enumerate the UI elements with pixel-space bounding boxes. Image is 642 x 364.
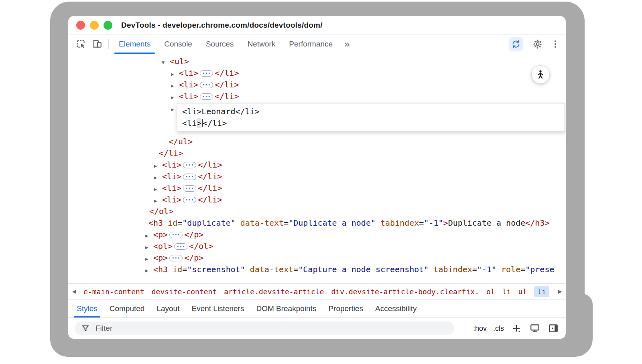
- token-tag: </li>: [159, 148, 183, 158]
- main-toolbar: ElementsConsoleSourcesNetworkPerformance…: [68, 34, 566, 54]
- token-plain: =: [472, 265, 477, 274]
- tab-properties[interactable]: Properties: [322, 299, 369, 317]
- dom-tree-row[interactable]: </ul>: [68, 136, 566, 148]
- expand-arrow-icon[interactable]: ▶: [145, 242, 153, 253]
- zoom-window-button[interactable]: [104, 21, 112, 30]
- dom-tree-row[interactable]: ▶<li>•••</li>: [68, 67, 566, 79]
- dom-tree-row[interactable]: </li>: [68, 148, 566, 159]
- breadcrumb-item[interactable]: div.devsite-article-body.clearfix.: [331, 287, 479, 296]
- tab-styles[interactable]: Styles: [71, 299, 104, 317]
- expand-arrow-icon[interactable]: ▶: [154, 172, 162, 184]
- expand-arrow-icon[interactable]: ▶: [154, 184, 162, 195]
- expand-arrow-icon[interactable]: ▶: [145, 230, 153, 242]
- dom-tree-row[interactable]: ▶<li>•••</li>: [68, 194, 566, 206]
- dom-tree-row[interactable]: ▶<p>•••</p>: [68, 252, 566, 264]
- edit-line-2: <li></li>: [182, 117, 560, 129]
- expand-arrow-icon[interactable]: ▶: [171, 80, 179, 92]
- inline-expand-button[interactable]: •••: [169, 255, 183, 261]
- breadcrumb-item[interactable]: li: [534, 286, 549, 297]
- filter-input[interactable]: Filter: [75, 322, 454, 335]
- breadcrumb-scroll-right-icon[interactable]: ▶: [554, 284, 566, 299]
- settings-gear-icon[interactable]: [530, 37, 546, 51]
- breadcrumb-item[interactable]: devsite-content: [152, 287, 217, 296]
- inline-expand-button[interactable]: •••: [183, 174, 196, 180]
- token-plain: [163, 218, 168, 228]
- breadcrumb-item[interactable]: ul: [518, 287, 527, 296]
- breadcrumb-item[interactable]: e-main-content: [83, 287, 144, 296]
- dom-tree-row[interactable]: ▶<li>•••</li>: [68, 171, 566, 182]
- tab-layout[interactable]: Layout: [150, 299, 185, 317]
- element-classes-button[interactable]: .cls: [493, 324, 504, 333]
- close-window-button[interactable]: [76, 21, 85, 30]
- tab-sources[interactable]: Sources: [199, 34, 241, 54]
- token-attr: tabindex: [433, 265, 472, 274]
- dom-tree-row[interactable]: ▶<ol>•••</ol>: [68, 241, 566, 252]
- expand-arrow-icon[interactable]: ▶: [171, 69, 179, 80]
- tab-dom-breakpoints[interactable]: DOM Breakpoints: [250, 299, 322, 317]
- collapse-arrow-icon[interactable]: ▼: [162, 57, 170, 69]
- inline-expand-button[interactable]: •••: [200, 93, 213, 100]
- titlebar: DevTools - developer.chrome.com/docs/dev…: [68, 16, 566, 34]
- inline-expand-button[interactable]: •••: [200, 82, 213, 88]
- dom-edit-row[interactable]: ▶<li>Leonard</li><li></li>: [68, 102, 566, 136]
- dom-tree-row[interactable]: ▶<li>•••</li>: [68, 182, 566, 194]
- tab-elements[interactable]: Elements: [112, 34, 157, 54]
- devtools-screenshot: DevTools - developer.chrome.com/docs/dev…: [0, 0, 642, 364]
- breadcrumb-item[interactable]: li: [502, 287, 511, 296]
- expand-arrow-icon[interactable]: ▶: [154, 195, 162, 207]
- rendering-monitor-icon[interactable]: [529, 322, 541, 334]
- expand-arrow-icon[interactable]: ▶: [145, 253, 153, 265]
- inline-expand-button[interactable]: •••: [183, 185, 196, 192]
- token-attr: id: [173, 265, 182, 274]
- token-plain: [245, 265, 250, 274]
- expand-arrow-icon[interactable]: ▶: [154, 160, 162, 172]
- expand-arrow-icon[interactable]: ▶: [145, 265, 153, 277]
- token-plain: [168, 265, 173, 274]
- inline-expand-button[interactable]: •••: [183, 162, 196, 168]
- token-attr: data-text: [250, 265, 293, 274]
- token-tag: </li>: [198, 195, 222, 204]
- new-style-rule-plus-icon[interactable]: [510, 322, 522, 334]
- tab-network[interactable]: Network: [241, 34, 282, 54]
- token-tag: </li>: [198, 160, 222, 170]
- dom-tree-row[interactable]: </ol>: [68, 206, 566, 217]
- minimize-window-button[interactable]: [90, 21, 99, 30]
- tab-performance[interactable]: Performance: [282, 34, 339, 54]
- inline-expand-button[interactable]: •••: [200, 70, 213, 77]
- breadcrumb-item[interactable]: article.devsite-article: [224, 287, 324, 296]
- toggle-element-state-button[interactable]: :hov: [473, 324, 487, 333]
- dom-tree-row[interactable]: ▶<li>•••</li>: [68, 91, 566, 102]
- dom-tree-row[interactable]: ▶<h3 id="screenshot" data-text="Capture …: [68, 264, 566, 275]
- breadcrumb-item[interactable]: ol: [486, 287, 495, 296]
- device-toolbar-icon[interactable]: [89, 37, 105, 51]
- tab-event-listeners[interactable]: Event Listeners: [185, 299, 250, 317]
- inline-expand-button[interactable]: •••: [169, 232, 183, 238]
- tab-console[interactable]: Console: [157, 34, 199, 54]
- token-plain: =: [520, 265, 525, 274]
- kebab-menu-icon[interactable]: [552, 38, 559, 50]
- inspect-element-icon[interactable]: [73, 37, 89, 51]
- tab-accessibility[interactable]: Accessibility: [369, 299, 423, 317]
- accessibility-person-icon[interactable]: [531, 65, 550, 84]
- dom-tree-row[interactable]: ▶<p>•••</p>: [68, 229, 566, 241]
- edit-line-1: <li>Leonard</li>: [182, 106, 560, 117]
- inline-expand-button[interactable]: •••: [183, 197, 196, 203]
- token-tag: <h3: [153, 265, 168, 274]
- token-plain: [376, 218, 380, 228]
- inline-expand-button[interactable]: •••: [174, 243, 187, 250]
- expand-arrow-icon[interactable]: ▶: [171, 92, 179, 103]
- token-tag: <li>: [162, 172, 181, 181]
- edit-as-html-box[interactable]: <li>Leonard</li><li></li>: [177, 103, 565, 132]
- dom-tree-row[interactable]: ▶<li>•••</li>: [68, 159, 566, 171]
- dom-tree-row[interactable]: ▼<ul>: [68, 56, 566, 67]
- tab-computed[interactable]: Computed: [104, 299, 151, 317]
- sync-refresh-icon[interactable]: [509, 37, 523, 51]
- dom-tree-row[interactable]: ▶<li>•••</li>: [68, 79, 566, 91]
- more-tabs-chevron-icon[interactable]: »: [339, 34, 354, 54]
- breadcrumb-scroll-left-icon[interactable]: ◀: [68, 284, 80, 299]
- dom-tree-row[interactable]: <h3 id="duplicate" data-text="Duplicate …: [68, 217, 566, 229]
- token-val: "-1": [477, 265, 496, 274]
- dock-sidebar-icon[interactable]: [547, 322, 559, 334]
- toolbar-right-controls: [509, 34, 566, 54]
- dom-tree: ▼<ul>▶<li>•••</li>▶<li>•••</li>▶<li>•••<…: [68, 54, 566, 283]
